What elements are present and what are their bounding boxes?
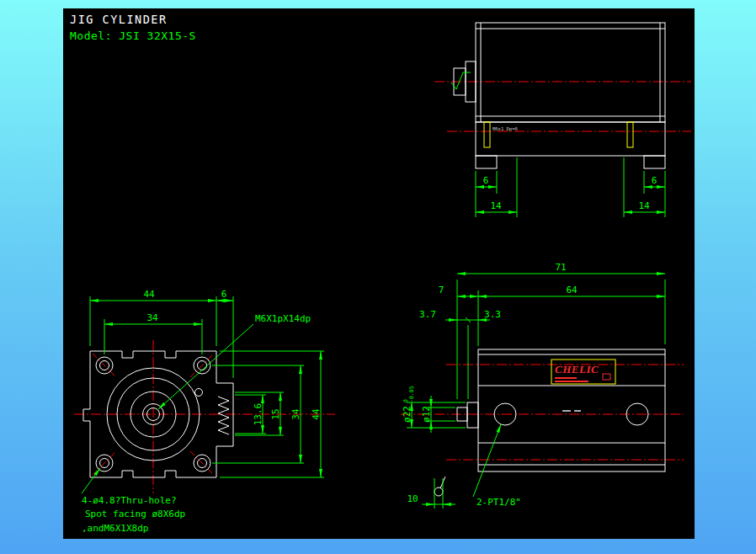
dim-text-side-total: 71: [555, 262, 566, 273]
port-callout-leader: [473, 424, 501, 497]
dim-text-top-right-pitch: 14: [638, 200, 650, 211]
dim-text-front-width: 44: [143, 289, 155, 300]
dim-text-top-left-tab: 6: [483, 175, 489, 186]
svg-text:ø22: ø22: [402, 406, 413, 423]
dim-text-front-height: 44: [311, 408, 322, 420]
hole-note-line3: ,andM6X1X8dp: [82, 523, 148, 534]
side-view: CHELIC 71 7 64: [401, 262, 684, 509]
chelic-logo: CHELIC: [551, 360, 615, 384]
dim-text-boss-dia: ø22 0 -0.05: [402, 386, 415, 423]
dim-text-front-bolt-vert: 34: [290, 408, 301, 420]
cad-drawing-canvas[interactable]: JIG CYLINDER Model: JSI 32X15-S M6x1 Dp=…: [63, 8, 695, 539]
dim-text-side-body: 64: [566, 285, 578, 296]
hole-note-leader: [82, 468, 100, 493]
dim-text-front-depth2: 15: [270, 408, 281, 419]
drawing-title: JIG CYLINDER: [70, 13, 168, 26]
thread-callout-text: M6X1pX14dp: [255, 313, 311, 324]
svg-text:-0.05: -0.05: [408, 386, 415, 402]
dim-text-front-tab: 6: [221, 289, 227, 300]
thread-section-marks: [218, 397, 229, 434]
port-thread-label: M6x1 Dp=6: [492, 126, 518, 132]
dim-text-top-right-tab: 6: [652, 175, 658, 186]
hole-note-line2: Spot facing ø8X6dp: [85, 509, 185, 519]
front-view: 44 6 34 13.6 15 34: [74, 289, 335, 534]
top-view: M6x1 Dp=6 6 14 6 14: [434, 23, 691, 217]
hole-note-line1: 4-ø4.8?Thru-hole?: [82, 495, 177, 506]
dim-side-a-b: [445, 317, 490, 399]
body-marking: [562, 410, 581, 412]
side-view-centerlines: [401, 365, 684, 460]
dim-text-side-head: 7: [439, 285, 445, 296]
thread-callout-leader: [158, 324, 253, 409]
desktop-background: { "desktop": { "gradient_top": "#82fbfb"…: [0, 0, 756, 554]
dim-text-top-left-pitch: 14: [490, 200, 502, 211]
dim-text-rod-dia: ø12: [421, 406, 432, 423]
dim-wrench-flats: [422, 478, 455, 509]
dim-text-wrench-flats: 10: [407, 493, 418, 504]
rod-clip-symbol: [434, 477, 445, 496]
cad-drawing: JIG CYLINDER Model: JSI 32X15-S M6x1 Dp=…: [63, 8, 695, 539]
dim-text-front-depth1: 13.6: [253, 403, 264, 426]
drawing-model: Model: JSI 32X15-S: [70, 29, 196, 42]
dim-text-side-b: 3.3: [484, 309, 501, 320]
top-view-centerlines: [434, 82, 691, 131]
chelic-logo-text: CHELIC: [555, 363, 599, 376]
dim-text-front-bolt-spacing: 34: [146, 312, 158, 323]
port-callout-text: 2-PT1/8": [476, 497, 521, 508]
dim-side-total: [457, 274, 665, 399]
dim-text-side-a: 3.7: [419, 309, 436, 320]
